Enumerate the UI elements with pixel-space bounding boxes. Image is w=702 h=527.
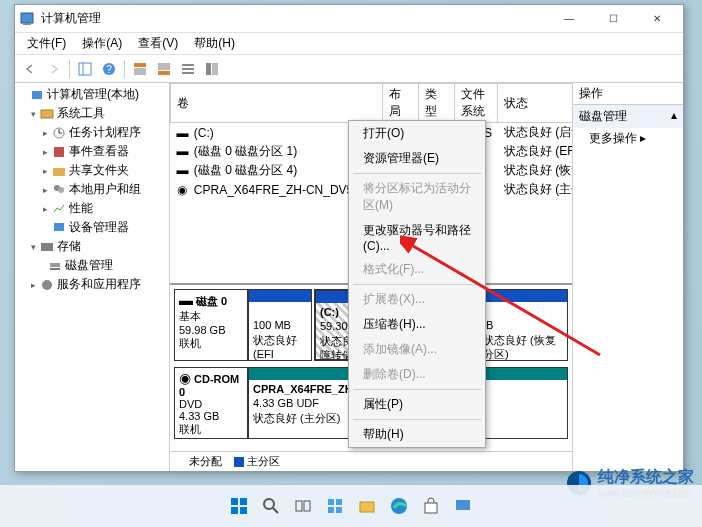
task-view-icon[interactable] [289, 492, 317, 520]
maximize-button[interactable]: ☐ [591, 5, 635, 33]
tree-performance[interactable]: ▸性能 [17, 199, 167, 218]
tree-local-users[interactable]: ▸本地用户和组 [17, 180, 167, 199]
cm-change-letter[interactable]: 更改驱动器号和路径(C)... [349, 218, 485, 257]
cd-icon: ◉ [177, 183, 191, 197]
disk-icon: ▬ [179, 292, 193, 308]
svg-rect-9 [158, 71, 170, 75]
svg-rect-40 [336, 499, 342, 505]
chevron-right-icon: ▸ [640, 131, 646, 145]
svg-rect-10 [182, 64, 194, 66]
show-hide-tree-button[interactable] [74, 58, 96, 80]
svg-rect-33 [231, 507, 238, 514]
svg-rect-24 [54, 223, 64, 231]
view-list-button[interactable] [177, 58, 199, 80]
cm-explorer[interactable]: 资源管理器(E) [349, 146, 485, 171]
tree-device-manager[interactable]: 设备管理器 [17, 218, 167, 237]
actions-section-diskmgr[interactable]: 磁盘管理▴ [573, 105, 683, 128]
menu-help[interactable]: 帮助(H) [186, 33, 243, 54]
svg-line-36 [273, 508, 278, 513]
svg-rect-7 [134, 68, 146, 75]
col-status[interactable]: 状态 [498, 84, 572, 123]
svg-rect-39 [328, 499, 334, 505]
tree-storage[interactable]: ▾存储 [17, 237, 167, 256]
tree-system-tools[interactable]: ▾系统工具 [17, 104, 167, 123]
close-button[interactable]: ✕ [635, 5, 679, 33]
svg-rect-20 [54, 147, 64, 157]
menu-action[interactable]: 操作(A) [74, 33, 130, 54]
svg-point-28 [42, 280, 52, 290]
tree-services[interactable]: ▸服务和应用程序 [17, 275, 167, 294]
volume-icon: ▬ [177, 144, 191, 158]
window-title: 计算机管理 [41, 10, 547, 27]
cm-shrink[interactable]: 压缩卷(H)... [349, 312, 485, 337]
view-detail-button[interactable] [201, 58, 223, 80]
forward-button[interactable] [43, 58, 65, 80]
svg-rect-34 [240, 507, 247, 514]
svg-rect-46 [456, 500, 470, 510]
partition-efi[interactable]: 100 MB状态良好 (EFI [248, 289, 312, 361]
svg-rect-16 [41, 110, 53, 118]
action-more[interactable]: 更多操作 ▸ [573, 128, 683, 149]
svg-point-23 [58, 187, 64, 193]
cm-open[interactable]: 打开(O) [349, 121, 485, 146]
svg-text:?: ? [106, 64, 112, 75]
svg-rect-8 [158, 63, 170, 70]
legend-unallocated-swatch [176, 457, 186, 467]
cdrom-label[interactable]: ◉ CD-ROM 0 DVD 4.33 GB 联机 [174, 367, 248, 439]
explorer-icon[interactable] [353, 492, 381, 520]
col-volume[interactable]: 卷 [171, 84, 383, 123]
col-type[interactable]: 类型 [419, 84, 455, 123]
edge-icon[interactable] [385, 492, 413, 520]
tree-pane[interactable]: 计算机管理(本地) ▾系统工具 ▸任务计划程序 ▸事件查看器 ▸共享文件夹 ▸本… [15, 83, 170, 471]
svg-rect-26 [50, 263, 60, 267]
view-bottom-button[interactable] [153, 58, 175, 80]
svg-rect-12 [182, 72, 194, 74]
store-icon[interactable] [417, 492, 445, 520]
menu-bar: 文件(F) 操作(A) 查看(V) 帮助(H) [15, 33, 683, 55]
widgets-icon[interactable] [321, 492, 349, 520]
app-icon [19, 11, 35, 27]
svg-rect-14 [212, 63, 218, 75]
taskbar[interactable] [0, 485, 702, 527]
cm-delete: 删除卷(D)... [349, 362, 485, 387]
cm-properties[interactable]: 属性(P) [349, 392, 485, 417]
context-menu: 打开(O) 资源管理器(E) 将分区标记为活动分区(M) 更改驱动器号和路径(C… [348, 120, 486, 448]
volume-icon: ▬ [177, 163, 191, 177]
svg-rect-21 [53, 168, 65, 176]
svg-rect-15 [32, 91, 42, 99]
help-button[interactable]: ? [98, 58, 120, 80]
toolbar: ? [15, 55, 683, 83]
svg-rect-25 [41, 243, 53, 251]
svg-rect-27 [50, 268, 60, 270]
minimize-button[interactable]: — [547, 5, 591, 33]
start-button[interactable] [225, 492, 253, 520]
menu-file[interactable]: 文件(F) [19, 33, 74, 54]
svg-rect-41 [328, 507, 334, 513]
collapse-icon: ▴ [671, 108, 677, 125]
svg-point-35 [264, 499, 274, 509]
svg-rect-31 [231, 498, 238, 505]
search-icon[interactable] [257, 492, 285, 520]
tree-disk-management[interactable]: 磁盘管理 [17, 256, 167, 275]
col-layout[interactable]: 布局 [383, 84, 419, 123]
col-filesystem[interactable]: 文件系统 [455, 84, 498, 123]
svg-rect-38 [304, 501, 310, 511]
menu-view[interactable]: 查看(V) [130, 33, 186, 54]
actions-pane: 操作 磁盘管理▴ 更多操作 ▸ [573, 83, 683, 471]
tree-shared-folders[interactable]: ▸共享文件夹 [17, 161, 167, 180]
tree-root[interactable]: 计算机管理(本地) [17, 85, 167, 104]
cm-help[interactable]: 帮助(H) [349, 422, 485, 447]
app-icon-taskbar[interactable] [449, 492, 477, 520]
titlebar[interactable]: 计算机管理 — ☐ ✕ [15, 5, 683, 33]
disk-0-label[interactable]: ▬ 磁盘 0 基本 59.98 GB 联机 [174, 289, 248, 361]
view-top-button[interactable] [129, 58, 151, 80]
tree-task-scheduler[interactable]: ▸任务计划程序 [17, 123, 167, 142]
cd-icon: ◉ [179, 370, 191, 386]
actions-header: 操作 [573, 83, 683, 105]
back-button[interactable] [19, 58, 41, 80]
svg-rect-0 [21, 13, 33, 23]
cm-mark-active: 将分区标记为活动分区(M) [349, 176, 485, 218]
partition-recovery[interactable]: IB状态良好 (恢复分区) [478, 289, 568, 361]
svg-rect-32 [240, 498, 247, 505]
tree-event-viewer[interactable]: ▸事件查看器 [17, 142, 167, 161]
